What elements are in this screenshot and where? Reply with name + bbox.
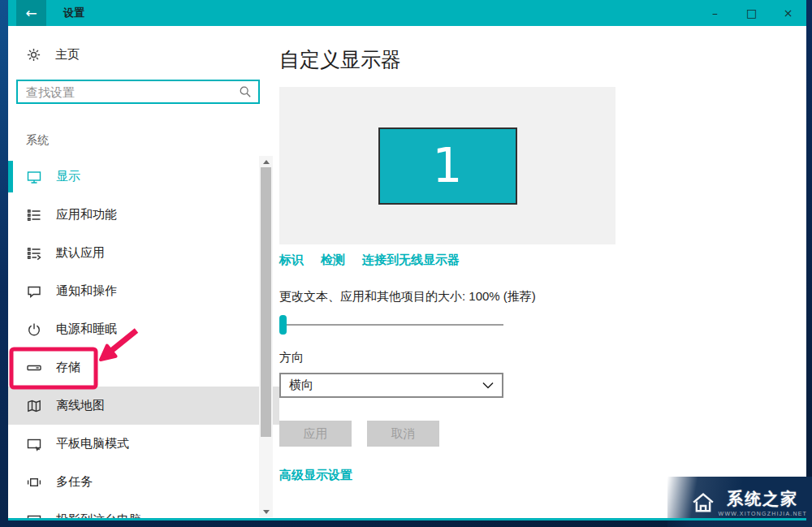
- monitor-number: 1: [433, 142, 463, 189]
- watermark-text: 系统之家 WWW.XITONGZHIJIA.NET: [719, 488, 807, 516]
- sidebar-item-label: 平板电脑模式: [56, 436, 129, 451]
- scrollbar-thumb[interactable]: [261, 167, 271, 437]
- back-button[interactable]: ←: [16, 0, 46, 26]
- titlebar: ← 设置 – □ ×: [8, 0, 806, 26]
- sidebar-item-label: 离线地图: [56, 398, 105, 413]
- display-icon: [26, 169, 42, 185]
- power-sleep-icon: [26, 322, 42, 338]
- sidebar-item-label: 应用和功能: [56, 207, 117, 222]
- sidebar-item-project-pc[interactable]: 投影到这台电脑: [8, 501, 279, 518]
- search-box: [16, 80, 260, 104]
- sidebar-section-label: 系统: [26, 133, 279, 148]
- offline-maps-icon: [26, 398, 42, 414]
- maximize-button[interactable]: □: [733, 0, 770, 26]
- sidebar-item-display[interactable]: 显示: [8, 158, 279, 196]
- sidebar-item-offline-maps[interactable]: 离线地图: [8, 387, 279, 425]
- sidebar-item-apps-features[interactable]: 应用和功能: [8, 196, 279, 234]
- identify-link[interactable]: 标识: [279, 253, 304, 268]
- sidebar-nav: 显示 应用和功能: [8, 158, 279, 518]
- sidebar-item-label: 多任务: [56, 474, 93, 490]
- cancel-button[interactable]: 取消: [367, 421, 439, 447]
- scale-label: 更改文本、应用和其他项目的大小: 100% (推荐): [279, 289, 806, 305]
- selected-indicator: [8, 161, 13, 192]
- sidebar: 主页 系统: [8, 26, 279, 518]
- notifications-icon: [26, 283, 42, 300]
- close-button[interactable]: ×: [770, 0, 806, 26]
- house-logo-icon: [691, 490, 715, 514]
- monitor-1[interactable]: 1: [378, 127, 517, 205]
- sidebar-item-label: 电源和睡眠: [56, 322, 117, 337]
- window-content: 主页 系统: [8, 26, 806, 518]
- multitasking-icon: [26, 474, 42, 490]
- orientation-value: 横向: [289, 378, 313, 393]
- sidebar-item-label: 显示: [56, 169, 80, 184]
- watermark-title: 系统之家: [727, 488, 798, 510]
- tablet-mode-icon: [26, 436, 42, 452]
- sidebar-item-tablet-mode[interactable]: 平板电脑模式: [8, 425, 279, 463]
- sidebar-item-label: 存储: [56, 360, 80, 375]
- main-panel: 自定义显示器 1 标识 检测 连接到无线显示器 更改文本、应用和其他项目的大小:…: [279, 26, 806, 518]
- sidebar-item-label: 投影到这台电脑: [56, 512, 141, 518]
- scrollbar-down-icon[interactable]: [259, 506, 273, 517]
- desktop-background: ← 设置 – □ × 主页: [0, 0, 812, 527]
- search-icon[interactable]: [239, 85, 252, 98]
- display-preview-panel: 1: [279, 87, 615, 244]
- project-pc-icon: [26, 512, 42, 519]
- orientation-dropdown[interactable]: 横向: [279, 373, 503, 398]
- connect-wireless-display-link[interactable]: 连接到无线显示器: [362, 253, 460, 268]
- apps-features-icon: [26, 207, 42, 223]
- settings-window: ← 设置 – □ × 主页: [8, 0, 806, 518]
- sidebar-item-power-sleep[interactable]: 电源和睡眠: [8, 310, 279, 348]
- gear-icon: [26, 47, 41, 63]
- sidebar-item-label: 默认应用: [56, 245, 105, 261]
- back-arrow-icon: ←: [25, 6, 37, 20]
- sidebar-scrollbar[interactable]: [259, 156, 273, 517]
- sidebar-item-storage[interactable]: 存储: [8, 348, 279, 387]
- detect-link[interactable]: 检测: [321, 253, 345, 268]
- advanced-display-settings-link[interactable]: 高级显示设置: [279, 468, 352, 483]
- scale-slider[interactable]: [279, 315, 503, 335]
- scrollbar-up-icon[interactable]: [259, 156, 273, 167]
- search-input[interactable]: [18, 81, 239, 102]
- chevron-down-icon: [482, 382, 494, 389]
- default-apps-icon: [26, 245, 42, 261]
- sidebar-item-notifications[interactable]: 通知和操作: [8, 272, 279, 310]
- storage-icon: [26, 360, 42, 376]
- watermark-subtitle: WWW.XITONGZHIJIA.NET: [719, 511, 807, 516]
- minimize-button[interactable]: –: [697, 0, 733, 26]
- orientation-label: 方向: [279, 350, 806, 365]
- window-controls: – □ ×: [697, 0, 806, 26]
- sidebar-item-label: 主页: [55, 47, 80, 63]
- sidebar-item-label: 通知和操作: [56, 283, 117, 299]
- action-buttons: 应用 取消: [279, 421, 806, 447]
- window-title: 设置: [63, 6, 84, 20]
- apply-button[interactable]: 应用: [279, 421, 352, 447]
- sidebar-item-multitasking[interactable]: 多任务: [8, 463, 279, 501]
- window-bottom-border: [8, 518, 806, 521]
- sidebar-item-default-apps[interactable]: 默认应用: [8, 234, 279, 272]
- slider-track[interactable]: [279, 324, 503, 326]
- slider-thumb[interactable]: [279, 315, 287, 335]
- sidebar-item-home[interactable]: 主页: [26, 47, 279, 63]
- display-links-row: 标识 检测 连接到无线显示器: [279, 253, 806, 268]
- page-title: 自定义显示器: [279, 46, 806, 73]
